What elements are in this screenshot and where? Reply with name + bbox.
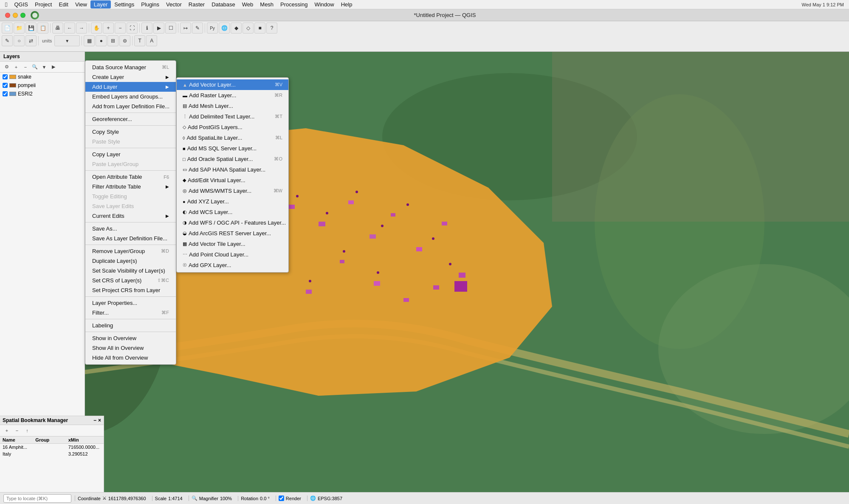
layer-row-snake[interactable]: snake	[0, 73, 85, 81]
edit-btn[interactable]: ✎	[2, 35, 13, 46]
add-raster-layer-item[interactable]: ▬ Add Raster Layer... ⌘R	[177, 90, 288, 101]
save-as-btn[interactable]: 📋	[37, 23, 48, 34]
add-delimited-text-item[interactable]: ⋮ Add Delimited Text Layer... ⌘T	[177, 111, 288, 122]
add-oracle-item[interactable]: □ Add Oracle Spatial Layer... ⌘O	[177, 154, 288, 164]
unit-select[interactable]: ▼	[54, 35, 80, 46]
sbm-add-btn[interactable]: +	[3, 426, 11, 435]
layer-row-pompeii[interactable]: pompeii	[0, 81, 85, 90]
help-btn[interactable]: ?	[266, 23, 277, 34]
pan-btn[interactable]: ✋	[91, 23, 102, 34]
render-checkbox[interactable]	[279, 496, 284, 501]
add-virtual-layer-item[interactable]: ◆ Add/Edit Virtual Layer...	[177, 175, 288, 186]
menu-filter[interactable]: Filter... ⌘F	[85, 308, 176, 318]
menu-database[interactable]: Database	[208, 0, 239, 8]
menu-hide-all-overview[interactable]: Hide All from Overview	[85, 353, 176, 363]
menu-set-project-crs[interactable]: Set Project CRS from Layer	[85, 285, 176, 295]
add-wms-item[interactable]: ◎ Add WMS/WMTS Layer... ⌘W	[177, 186, 288, 196]
collapse-all-btn[interactable]: ▶	[49, 63, 58, 71]
node-btn[interactable]: ○	[14, 35, 25, 46]
plugin3-btn[interactable]: ■	[254, 23, 265, 34]
menu-vector[interactable]: Vector	[163, 0, 185, 8]
menu-set-scale-visibility[interactable]: Set Scale Visibility of Layer(s)	[85, 266, 176, 276]
menu-set-crs[interactable]: Set CRS of Layer(s) ⇧⌘C	[85, 276, 176, 285]
menu-edit[interactable]: Edit	[55, 0, 71, 8]
add-wcs-item[interactable]: ◐ Add WCS Layer...	[177, 207, 288, 217]
layer-visibility-esri2[interactable]	[3, 91, 8, 96]
select-btn[interactable]: ▶	[153, 23, 164, 34]
menu-plugins[interactable]: Plugins	[138, 0, 163, 8]
zoom-in-btn[interactable]: +	[103, 23, 114, 34]
add-point-cloud-item[interactable]: ⋯ Add Point Cloud Layer...	[177, 249, 288, 260]
python-btn[interactable]: Py	[207, 23, 218, 34]
redo-btn[interactable]: →	[76, 23, 87, 34]
anno-btn[interactable]: T	[134, 35, 145, 46]
menu-remove-layer[interactable]: Remove Layer/Group ⌘D	[85, 246, 176, 256]
menu-settings[interactable]: Settings	[111, 0, 138, 8]
menu-open-attribute-table[interactable]: Open Attribute Table F6	[85, 172, 176, 182]
add-sap-hana-item[interactable]: ▭ Add SAP HANA Spatial Layer...	[177, 164, 288, 175]
menu-create-layer[interactable]: Create Layer ▶	[85, 72, 176, 82]
move-feature-btn[interactable]: ⇄	[25, 35, 37, 46]
menu-datasource-manager[interactable]: Data Source Manager ⌘L	[85, 62, 176, 72]
menu-copy-style[interactable]: Copy Style	[85, 127, 176, 137]
zoom-out-btn[interactable]: −	[115, 23, 126, 34]
save-project-btn[interactable]: 💾	[25, 23, 37, 34]
open-layer-properties-btn[interactable]: ⚙	[3, 63, 11, 71]
menu-layer-properties[interactable]: Layer Properties...	[85, 298, 176, 308]
menu-window[interactable]: Window	[311, 0, 337, 8]
anno2-btn[interactable]: A	[146, 35, 157, 46]
sbm-remove-btn[interactable]: −	[13, 426, 21, 435]
sbm-row-1[interactable]: 16 Amphit... 716500.0000...	[0, 444, 104, 451]
menu-save-as-definition[interactable]: Save As Layer Definition File...	[85, 234, 176, 243]
digitize-btn[interactable]: ✎	[192, 23, 203, 34]
menu-embed-layers[interactable]: Embed Layers and Groups...	[85, 92, 176, 101]
open-project-btn[interactable]: 📁	[14, 23, 25, 34]
snap4-btn[interactable]: ⊜	[119, 35, 130, 46]
new-project-btn[interactable]: 📄	[2, 23, 13, 34]
menu-view[interactable]: View	[72, 0, 90, 8]
undo-btn[interactable]: ←	[64, 23, 75, 34]
snap2-btn[interactable]: ●	[96, 35, 107, 46]
apple-menu[interactable]: 	[2, 1, 11, 8]
snap3-btn[interactable]: ⊞	[107, 35, 118, 46]
menu-show-all-overview[interactable]: Show All in Overview	[85, 343, 176, 353]
menu-filter-attribute-table[interactable]: Filter Attribute Table ▶	[85, 182, 176, 191]
layer-visibility-snake[interactable]	[3, 74, 8, 79]
menu-labeling[interactable]: Labeling	[85, 321, 176, 330]
add-arcgis-rest-item[interactable]: ◒ Add ArcGIS REST Server Layer...	[177, 228, 288, 239]
add-layer-btn[interactable]: +	[12, 63, 20, 71]
menu-layer[interactable]: Layer	[90, 0, 111, 8]
plugin2-btn[interactable]: ◇	[243, 23, 254, 34]
add-gpx-item[interactable]: ☉ Add GPX Layer...	[177, 260, 288, 270]
add-mssql-item[interactable]: ■ Add MS SQL Server Layer...	[177, 143, 288, 154]
remove-layer-btn[interactable]: −	[21, 63, 30, 71]
menu-copy-layer[interactable]: Copy Layer	[85, 149, 176, 159]
snap-btn[interactable]: ▦	[84, 35, 95, 46]
menu-save-as[interactable]: Save As...	[85, 224, 176, 234]
add-mesh-layer-item[interactable]: ▤ Add Mesh Layer...	[177, 101, 288, 111]
minimize-button[interactable]	[13, 13, 18, 18]
menu-processing[interactable]: Processing	[277, 0, 311, 8]
locate-search-input[interactable]	[3, 494, 71, 503]
menu-add-layer[interactable]: Add Layer ▶	[85, 82, 176, 92]
maximize-button[interactable]	[20, 13, 25, 18]
measure-btn[interactable]: ↦	[180, 23, 191, 34]
menu-add-from-definition[interactable]: Add from Layer Definition File...	[85, 101, 176, 111]
globe-btn[interactable]: 🌐	[219, 23, 230, 34]
layer-row-esri2[interactable]: ESRI2	[0, 90, 85, 98]
menu-raster[interactable]: Raster	[185, 0, 208, 8]
add-xyz-item[interactable]: ● Add XYZ Layer...	[177, 196, 288, 207]
sbm-close-btn[interactable]: ×	[98, 417, 101, 423]
identify-btn[interactable]: ℹ	[141, 23, 152, 34]
zoom-full-btn[interactable]: ⛶	[127, 23, 138, 34]
menu-show-in-overview[interactable]: Show in Overview	[85, 333, 176, 343]
menu-mesh[interactable]: Mesh	[257, 0, 277, 8]
sbm-row-2[interactable]: Italy 3.290512	[0, 451, 104, 457]
menu-duplicate-layer[interactable]: Duplicate Layer(s)	[85, 256, 176, 266]
add-wfs-item[interactable]: ◑ Add WFS / OGC API - Features Layer...	[177, 217, 288, 228]
menu-georeferencer[interactable]: Georeferencer...	[85, 114, 176, 124]
menu-web[interactable]: Web	[239, 0, 257, 8]
add-spatialite-item[interactable]: ◊ Add SpatiaLite Layer... ⌘L	[177, 132, 288, 143]
plugin1-btn[interactable]: ◆	[231, 23, 242, 34]
expand-all-btn[interactable]: ▼	[40, 63, 48, 71]
